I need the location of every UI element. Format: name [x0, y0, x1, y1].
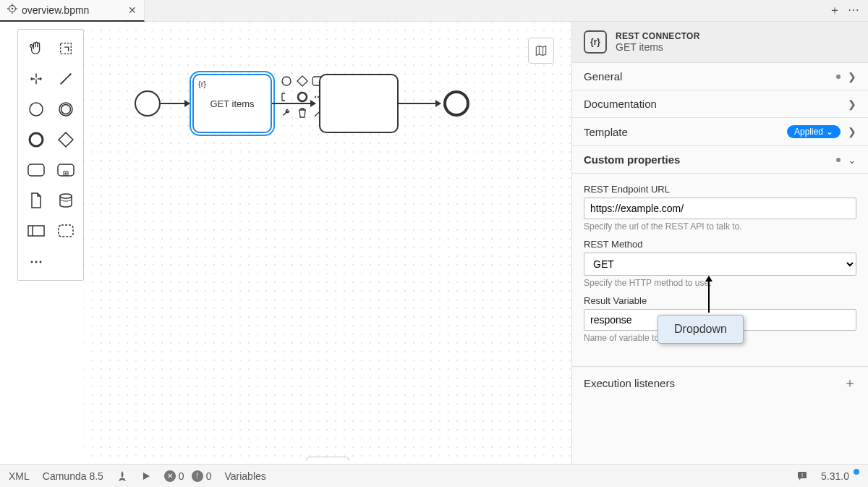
bpmn-sequence-flow[interactable] — [272, 103, 315, 104]
minimap-toggle[interactable] — [528, 38, 554, 64]
space-tool[interactable] — [22, 64, 49, 93]
tab-label: overview.bpmn — [22, 4, 89, 16]
annotation[interactable] — [279, 90, 294, 104]
rest-connector-icon: {r} — [584, 30, 607, 54]
tool-palette: ⋯ — [17, 29, 84, 281]
chevron-right-icon: ❯ — [848, 71, 856, 82]
svg-rect-7 — [59, 132, 73, 147]
canvas-resize-handle[interactable] — [306, 457, 349, 461]
bpmn-sequence-flow[interactable] — [399, 103, 441, 104]
dot-indicator — [836, 158, 841, 162]
version-label[interactable]: 5.31.0 — [821, 470, 859, 482]
panel-subtitle: GET items — [616, 41, 700, 53]
dot-indicator — [836, 75, 841, 79]
svg-point-19 — [298, 93, 307, 101]
data-object-tool[interactable] — [22, 186, 49, 215]
hand-tool[interactable] — [22, 34, 49, 63]
endpoint-hint: Specify the url of the REST API to talk … — [584, 221, 856, 232]
callout-box: Dropdown — [658, 315, 744, 344]
section-execution-listeners[interactable]: Execution listeners ＋ — [572, 366, 868, 399]
lasso-tool[interactable] — [52, 34, 79, 63]
bpmn-sequence-flow[interactable] — [161, 103, 190, 104]
problems[interactable]: ✕0 !0 — [164, 470, 212, 482]
svg-point-1 — [12, 8, 14, 10]
bpmn-file-icon — [7, 4, 17, 16]
main-area: ⋯ {r} GET items ⋯ — [0, 22, 868, 464]
section-template[interactable]: Template Applied ⌄ ❯ — [572, 117, 868, 145]
panel-title: REST CONNECTOR — [616, 31, 700, 41]
endpoint-label: REST Endpoint URL — [584, 184, 856, 195]
gateway-tool[interactable] — [52, 125, 79, 154]
svg-point-5 — [61, 105, 70, 114]
task-label: GET items — [210, 98, 254, 109]
delete-icon[interactable] — [295, 106, 310, 120]
warning-icon: ! — [192, 470, 203, 482]
new-tab-icon[interactable]: ＋ — [829, 3, 841, 18]
section-custom-properties[interactable]: Custom properties ⌄ — [572, 145, 868, 173]
intermediate-event-tool[interactable] — [52, 95, 79, 124]
tab-bar: overview.bpmn ✕ ＋ ⋯ — [0, 0, 868, 22]
rest-connector-icon: {r} — [198, 80, 206, 88]
svg-rect-2 — [60, 43, 71, 54]
custom-properties-body: REST Endpoint URL Specify the url of the… — [572, 173, 868, 352]
status-bar: XML Camunda 8.5 ✕0 !0 Variables ! 5.31.0 — [0, 464, 868, 487]
chevron-down-icon: ⌄ — [826, 127, 833, 137]
method-hint: Specify the HTTP method to use. — [584, 278, 856, 288]
svg-rect-12 — [28, 226, 44, 236]
applied-badge[interactable]: Applied ⌄ — [787, 125, 841, 138]
close-tab-icon[interactable]: ✕ — [128, 4, 137, 16]
svg-rect-8 — [28, 164, 44, 176]
bpmn-task[interactable] — [319, 74, 399, 133]
svg-text:!: ! — [801, 472, 803, 478]
chevron-right-icon: ❯ — [848, 126, 856, 137]
run-icon[interactable] — [141, 471, 151, 481]
bpmn-task-selected[interactable]: {r} GET items — [192, 74, 272, 133]
section-documentation[interactable]: Documentation ❯ — [572, 90, 868, 117]
svg-point-15 — [282, 77, 291, 85]
panel-header: {r} REST CONNECTOR GET items — [572, 22, 868, 62]
more-tools[interactable]: ⋯ — [22, 247, 79, 276]
method-label: REST Method — [584, 239, 856, 250]
connect-tool[interactable] — [52, 64, 79, 93]
append-start-event[interactable] — [279, 74, 294, 88]
xml-toggle[interactable]: XML — [9, 470, 30, 482]
append-end-event[interactable] — [295, 90, 310, 104]
plus-icon[interactable]: ＋ — [843, 374, 856, 391]
variables-button[interactable]: Variables — [224, 470, 265, 482]
start-event-tool[interactable] — [22, 95, 49, 124]
tab-bar-actions: ＋ ⋯ — [829, 3, 868, 18]
svg-point-11 — [60, 194, 72, 198]
svg-rect-14 — [59, 225, 73, 237]
properties-panel: {r} REST CONNECTOR GET items General ❯ D… — [571, 22, 868, 464]
svg-point-3 — [30, 103, 43, 116]
pool-tool[interactable] — [22, 216, 49, 245]
error-icon: ✕ — [164, 470, 176, 482]
callout-arrow — [708, 276, 710, 313]
endpoint-input[interactable] — [584, 198, 856, 219]
data-store-tool[interactable] — [52, 186, 79, 215]
subprocess-tool[interactable] — [52, 156, 79, 185]
bpmn-end-event[interactable] — [443, 90, 469, 117]
bpmn-canvas[interactable]: {r} GET items ⋯ — [84, 22, 571, 464]
deploy-icon[interactable] — [116, 470, 128, 482]
more-icon[interactable]: ⋯ — [848, 3, 859, 18]
end-event-tool[interactable] — [22, 125, 49, 154]
bpmn-start-event[interactable] — [135, 90, 161, 117]
file-tab[interactable]: overview.bpmn ✕ — [0, 0, 145, 22]
result-label: Result Variable — [584, 295, 856, 306]
section-general[interactable]: General ❯ — [572, 62, 868, 90]
camunda-version[interactable]: Camunda 8.5 — [43, 470, 103, 482]
method-select[interactable]: GET — [584, 253, 856, 276]
group-tool[interactable] — [52, 216, 79, 245]
wrench-icon[interactable] — [279, 106, 294, 120]
task-tool[interactable] — [22, 156, 49, 185]
chevron-right-icon: ❯ — [848, 98, 856, 110]
svg-point-6 — [30, 133, 43, 146]
chevron-down-icon: ⌄ — [848, 154, 856, 166]
svg-rect-16 — [297, 76, 307, 86]
feedback-icon[interactable]: ! — [796, 470, 808, 482]
update-dot — [854, 469, 859, 475]
append-gateway[interactable] — [295, 74, 310, 88]
